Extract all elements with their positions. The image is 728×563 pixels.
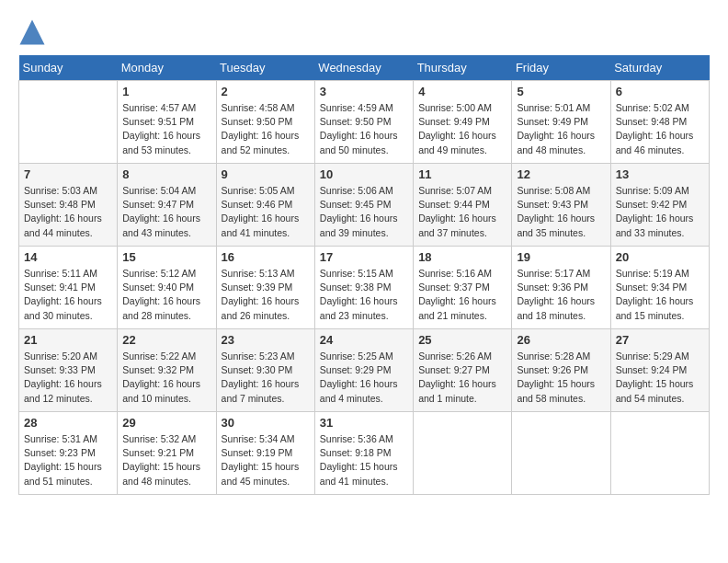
calendar-cell: 12Sunrise: 5:08 AMSunset: 9:43 PMDayligh…	[512, 164, 610, 247]
day-info: Sunrise: 5:28 AMSunset: 9:26 PMDaylight:…	[517, 350, 605, 406]
day-number: 22	[122, 333, 210, 347]
day-number: 28	[24, 416, 112, 430]
day-info: Sunrise: 5:31 AMSunset: 9:23 PMDaylight:…	[24, 432, 112, 488]
calendar-cell: 3Sunrise: 4:59 AMSunset: 9:50 PMDaylight…	[314, 81, 413, 164]
day-info: Sunrise: 5:11 AMSunset: 9:41 PMDaylight:…	[24, 267, 112, 323]
day-info: Sunrise: 4:59 AMSunset: 9:50 PMDaylight:…	[320, 101, 408, 157]
day-number: 25	[418, 333, 506, 347]
calendar-cell: 23Sunrise: 5:23 AMSunset: 9:30 PMDayligh…	[216, 329, 314, 412]
calendar-week-row: 1Sunrise: 4:57 AMSunset: 9:51 PMDaylight…	[19, 81, 710, 164]
calendar-cell: 4Sunrise: 5:00 AMSunset: 9:49 PMDaylight…	[414, 81, 512, 164]
day-info: Sunrise: 5:23 AMSunset: 9:30 PMDaylight:…	[222, 350, 310, 406]
day-number: 1	[122, 85, 210, 98]
day-of-week-header: Friday	[512, 55, 610, 81]
day-number: 17	[320, 250, 408, 264]
calendar-cell: 10Sunrise: 5:06 AMSunset: 9:45 PMDayligh…	[314, 164, 413, 247]
day-number: 10	[320, 167, 408, 181]
day-number: 4	[418, 85, 506, 98]
calendar-table: SundayMondayTuesdayWednesdayThursdayFrid…	[18, 55, 710, 495]
day-number: 5	[517, 85, 605, 98]
calendar-cell: 28Sunrise: 5:31 AMSunset: 9:23 PMDayligh…	[19, 412, 118, 495]
day-info: Sunrise: 5:34 AMSunset: 9:19 PMDaylight:…	[222, 432, 310, 488]
calendar-header-row: SundayMondayTuesdayWednesdayThursdayFrid…	[19, 55, 710, 81]
day-number: 16	[222, 250, 310, 264]
calendar-cell: 5Sunrise: 5:01 AMSunset: 9:49 PMDaylight…	[512, 81, 610, 164]
day-info: Sunrise: 5:16 AMSunset: 9:37 PMDaylight:…	[418, 267, 506, 323]
day-info: Sunrise: 5:09 AMSunset: 9:42 PMDaylight:…	[616, 184, 704, 240]
calendar-cell: 6Sunrise: 5:02 AMSunset: 9:48 PMDaylight…	[610, 81, 709, 164]
day-info: Sunrise: 5:02 AMSunset: 9:48 PMDaylight:…	[616, 101, 704, 157]
day-info: Sunrise: 5:05 AMSunset: 9:46 PMDaylight:…	[222, 184, 310, 240]
calendar-cell: 16Sunrise: 5:13 AMSunset: 9:39 PMDayligh…	[216, 247, 314, 329]
calendar-cell	[512, 412, 610, 495]
day-info: Sunrise: 5:19 AMSunset: 9:34 PMDaylight:…	[616, 267, 704, 323]
day-info: Sunrise: 5:26 AMSunset: 9:27 PMDaylight:…	[418, 350, 506, 406]
svg-marker-0	[20, 20, 45, 45]
logo-icon	[18, 18, 46, 46]
calendar-cell: 9Sunrise: 5:05 AMSunset: 9:46 PMDaylight…	[216, 164, 314, 247]
day-info: Sunrise: 5:20 AMSunset: 9:33 PMDaylight:…	[24, 350, 112, 406]
day-number: 11	[418, 167, 506, 181]
day-number: 26	[517, 333, 605, 347]
day-number: 23	[222, 333, 310, 347]
calendar-cell	[19, 81, 118, 164]
day-number: 8	[122, 167, 210, 181]
day-of-week-header: Wednesday	[314, 55, 413, 81]
calendar-cell: 14Sunrise: 5:11 AMSunset: 9:41 PMDayligh…	[19, 247, 118, 329]
day-info: Sunrise: 5:03 AMSunset: 9:48 PMDaylight:…	[24, 184, 112, 240]
calendar-cell: 25Sunrise: 5:26 AMSunset: 9:27 PMDayligh…	[414, 329, 512, 412]
day-of-week-header: Thursday	[414, 55, 512, 81]
day-number: 29	[122, 416, 210, 430]
calendar-cell: 21Sunrise: 5:20 AMSunset: 9:33 PMDayligh…	[19, 329, 118, 412]
calendar-cell: 24Sunrise: 5:25 AMSunset: 9:29 PMDayligh…	[314, 329, 413, 412]
day-number: 9	[222, 167, 310, 181]
day-info: Sunrise: 5:25 AMSunset: 9:29 PMDaylight:…	[320, 350, 408, 406]
day-number: 14	[24, 250, 112, 264]
day-number: 3	[320, 85, 408, 98]
day-of-week-header: Sunday	[19, 55, 118, 81]
calendar-cell: 7Sunrise: 5:03 AMSunset: 9:48 PMDaylight…	[19, 164, 118, 247]
calendar-cell: 18Sunrise: 5:16 AMSunset: 9:37 PMDayligh…	[414, 247, 512, 329]
day-number: 12	[517, 167, 605, 181]
calendar-cell: 11Sunrise: 5:07 AMSunset: 9:44 PMDayligh…	[414, 164, 512, 247]
day-info: Sunrise: 5:00 AMSunset: 9:49 PMDaylight:…	[418, 101, 506, 157]
day-number: 21	[24, 333, 112, 347]
calendar-cell: 30Sunrise: 5:34 AMSunset: 9:19 PMDayligh…	[216, 412, 314, 495]
calendar-cell: 31Sunrise: 5:36 AMSunset: 9:18 PMDayligh…	[314, 412, 413, 495]
day-info: Sunrise: 5:08 AMSunset: 9:43 PMDaylight:…	[517, 184, 605, 240]
day-info: Sunrise: 5:15 AMSunset: 9:38 PMDaylight:…	[320, 267, 408, 323]
calendar-cell: 13Sunrise: 5:09 AMSunset: 9:42 PMDayligh…	[610, 164, 709, 247]
day-info: Sunrise: 5:32 AMSunset: 9:21 PMDaylight:…	[122, 432, 210, 488]
day-number: 13	[616, 167, 704, 181]
day-number: 27	[616, 333, 704, 347]
calendar-cell	[610, 412, 709, 495]
day-number: 7	[24, 167, 112, 181]
day-info: Sunrise: 5:22 AMSunset: 9:32 PMDaylight:…	[122, 350, 210, 406]
day-info: Sunrise: 5:12 AMSunset: 9:40 PMDaylight:…	[122, 267, 210, 323]
day-info: Sunrise: 5:13 AMSunset: 9:39 PMDaylight:…	[222, 267, 310, 323]
calendar-week-row: 28Sunrise: 5:31 AMSunset: 9:23 PMDayligh…	[19, 412, 710, 495]
calendar-cell: 27Sunrise: 5:29 AMSunset: 9:24 PMDayligh…	[610, 329, 709, 412]
day-number: 15	[122, 250, 210, 264]
day-number: 2	[222, 85, 310, 98]
calendar-cell: 26Sunrise: 5:28 AMSunset: 9:26 PMDayligh…	[512, 329, 610, 412]
calendar-cell: 22Sunrise: 5:22 AMSunset: 9:32 PMDayligh…	[118, 329, 216, 412]
calendar-cell: 15Sunrise: 5:12 AMSunset: 9:40 PMDayligh…	[118, 247, 216, 329]
day-info: Sunrise: 4:57 AMSunset: 9:51 PMDaylight:…	[122, 101, 210, 157]
day-info: Sunrise: 5:36 AMSunset: 9:18 PMDaylight:…	[320, 432, 408, 488]
day-number: 31	[320, 416, 408, 430]
calendar-cell	[414, 412, 512, 495]
calendar-week-row: 14Sunrise: 5:11 AMSunset: 9:41 PMDayligh…	[19, 247, 710, 329]
calendar-week-row: 7Sunrise: 5:03 AMSunset: 9:48 PMDaylight…	[19, 164, 710, 247]
calendar-week-row: 21Sunrise: 5:20 AMSunset: 9:33 PMDayligh…	[19, 329, 710, 412]
page-header	[18, 18, 710, 46]
day-info: Sunrise: 5:17 AMSunset: 9:36 PMDaylight:…	[517, 267, 605, 323]
day-of-week-header: Tuesday	[216, 55, 314, 81]
calendar-cell: 8Sunrise: 5:04 AMSunset: 9:47 PMDaylight…	[118, 164, 216, 247]
day-number: 6	[616, 85, 704, 98]
day-number: 20	[616, 250, 704, 264]
day-info: Sunrise: 5:01 AMSunset: 9:49 PMDaylight:…	[517, 101, 605, 157]
day-info: Sunrise: 4:58 AMSunset: 9:50 PMDaylight:…	[222, 101, 310, 157]
day-info: Sunrise: 5:29 AMSunset: 9:24 PMDaylight:…	[616, 350, 704, 406]
calendar-cell: 1Sunrise: 4:57 AMSunset: 9:51 PMDaylight…	[118, 81, 216, 164]
